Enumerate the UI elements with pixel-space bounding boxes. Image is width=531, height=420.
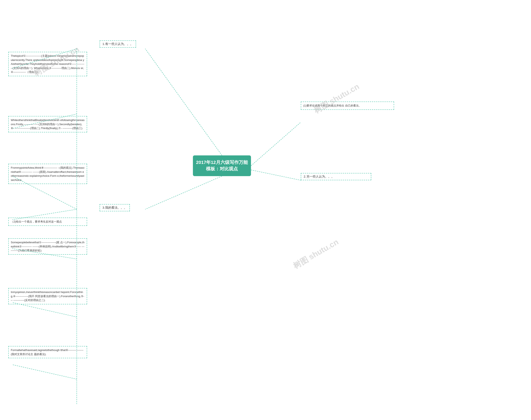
- right-bottom-label: 2.另一些人认为。。。: [301, 173, 371, 180]
- svg-line-0: [145, 49, 222, 155]
- left-box-3: Frommypointofview,Ithink⑧---------------…: [8, 164, 87, 184]
- central-node: 2017年12月六级写作万能 模板：对比观点: [193, 155, 251, 176]
- watermark-3: 树图 shutu.cn: [291, 237, 341, 271]
- right-top-box: (1)要求论述两个对立的观点并给出 自己的看法。: [301, 102, 394, 110]
- central-title-line2: 模板：对比观点: [196, 166, 248, 172]
- central-title-line1: 2017年12月六级写作万能: [196, 159, 248, 166]
- top-label: 1.有一些人认为。。。: [99, 40, 136, 48]
- left-box-1: Thetopicof①-----------------(主题)isbeco m…: [8, 52, 87, 76]
- left-box-7: FormallwhatIhavesaid,Iagreetothethough t…: [8, 346, 87, 358]
- left-box-2: WhileothersthinkthatBisabetterchoiceinth…: [8, 116, 87, 132]
- left-box-5: Somepeoplebelievethat①----------------(观…: [8, 238, 87, 255]
- svg-line-1: [251, 122, 301, 166]
- svg-line-2: [251, 170, 301, 180]
- left-box-4: （2)给出一个观点，要求考生反对这一观点: [8, 218, 87, 226]
- left-box-6: Inmyopinion,Ineverthinkthisreasoncanbet …: [8, 288, 87, 304]
- watermark-2: 树图 shutu.cn: [312, 81, 361, 116]
- mind-map: 2017年12月六级写作万能 模板：对比观点 1.有一些人认为。。。 3.我的看…: [0, 0, 531, 420]
- bottom-label: 3.我的看法。。。: [99, 204, 130, 211]
- svg-line-3: [145, 176, 222, 209]
- svg-line-11: [13, 365, 77, 379]
- svg-line-10: [13, 302, 77, 317]
